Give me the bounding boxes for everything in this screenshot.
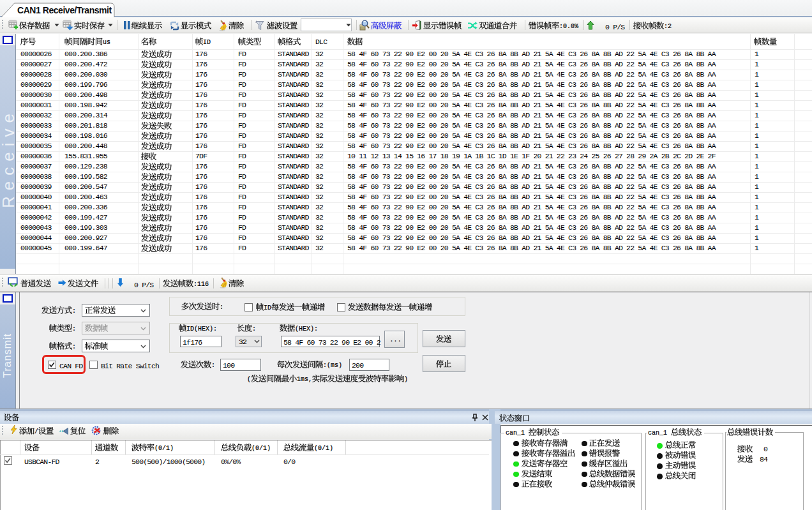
svg-text::: : [72,306,76,315]
svg-text:1ms,: 1ms, [297,375,312,383]
svg-text:(0/1): (0/1) [314,444,333,452]
svg-text:(0/1): (0/1) [154,444,174,452]
svg-text::: : [72,342,76,350]
svg-text:ID: ID [264,303,271,311]
svg-text::116: :116 [193,280,209,288]
svg-text:): ) [404,375,408,383]
svg-text:(0/1): (0/1) [252,444,271,452]
svg-text:us: us [103,38,110,46]
svg-text:(HEX):: (HEX): [295,324,318,333]
svg-text::: : [220,303,223,311]
svg-text::2: :2 [664,22,672,30]
svg-text:ID(HEX):: ID(HEX): [186,324,217,333]
svg-text::: : [211,361,215,369]
svg-text:ID: ID [203,38,211,46]
svg-text::: : [72,324,76,333]
svg-text:can_1: can_1 [506,428,525,437]
svg-text::: : [252,324,256,333]
svg-text:/: / [34,427,38,435]
svg-text:can_1: can_1 [648,428,667,437]
svg-text::(ms): :(ms) [323,361,342,369]
svg-text:(: ( [247,375,251,383]
svg-text::0.0%: :0.0% [559,22,578,30]
